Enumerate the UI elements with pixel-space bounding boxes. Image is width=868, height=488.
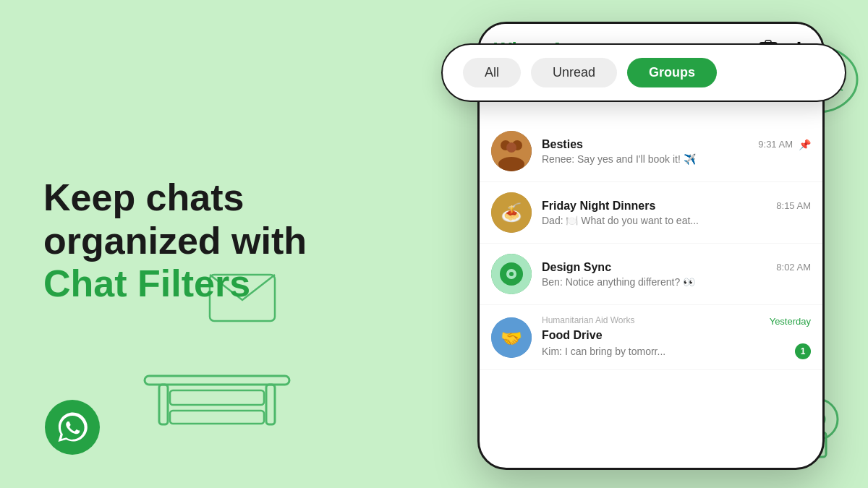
whatsapp-logo [43,398,101,459]
chat-preview-friday: Dad: 🍽️ What do you want to eat... [542,215,811,226]
chat-item-food[interactable]: 🤝 Humanitarian Aid Works Yesterday Food … [480,305,822,370]
chat-list: Besties 9:31 AM 📌 Renee: Say yes and I'l… [480,121,822,370]
chat-item-friday[interactable]: 🍝 Friday Night Dinners 8:15 AM Dad: 🍽️ W… [480,182,822,244]
avatar-besties [491,131,532,171]
chat-preview-food: Kim: I can bring by tomorr... [542,346,665,357]
headline-line2: organized with [43,220,307,262]
chat-time-design: 8:02 AM [776,262,811,273]
chat-content-besties: Besties 9:31 AM 📌 Renee: Say yes and I'l… [542,138,811,165]
svg-point-19 [498,157,524,171]
svg-text:🍝: 🍝 [501,202,522,223]
avatar-food: 🤝 [491,317,532,358]
avatar-friday: 🍝 [491,192,532,233]
chat-time-food: Yesterday [770,316,811,327]
chat-name-food: Food Drive [542,329,603,342]
chat-name-besties: Besties [542,138,583,151]
chat-time-friday: 8:15 AM [776,200,811,211]
svg-point-11 [45,400,100,455]
filter-groups-button[interactable]: Groups [627,58,717,87]
chat-item-design[interactable]: Design Sync 8:02 AM Ben: Notice anything… [480,244,822,305]
chat-content-design: Design Sync 8:02 AM Ben: Notice anything… [542,261,811,288]
chat-item-besties[interactable]: Besties 9:31 AM 📌 Renee: Say yes and I'l… [480,121,822,182]
headline-green: Chat Filters [43,262,250,304]
chat-name-design: Design Sync [542,261,611,274]
chat-time-besties: 9:31 AM [758,139,793,150]
chat-content-food: Humanitarian Aid Works Yesterday Food Dr… [542,315,811,359]
filter-bar: All Unread Groups [441,43,846,102]
chat-sub-food: Humanitarian Aid Works [542,315,635,325]
filter-unread-button[interactable]: Unread [531,58,617,87]
left-section: Keep chats organized with Chat Filters [43,0,362,488]
svg-point-18 [506,142,516,153]
chat-content-friday: Friday Night Dinners 8:15 AM Dad: 🍽️ Wha… [542,200,811,226]
headline-line1: Keep chats [43,176,244,218]
chat-name-friday: Friday Night Dinners [542,200,655,213]
pin-icon-besties: 📌 [799,139,811,150]
svg-text:🤝: 🤝 [501,328,522,348]
headline: Keep chats organized with Chat Filters [43,176,362,306]
chat-preview-besties: Renee: Say yes and I'll book it! ✈️ [542,153,811,165]
avatar-design [491,254,532,294]
filter-all-button[interactable]: All [463,58,521,87]
unread-badge-food: 1 [795,343,811,359]
svg-point-25 [509,272,514,276]
chat-preview-design: Ben: Notice anything different? 👀 [542,276,811,288]
